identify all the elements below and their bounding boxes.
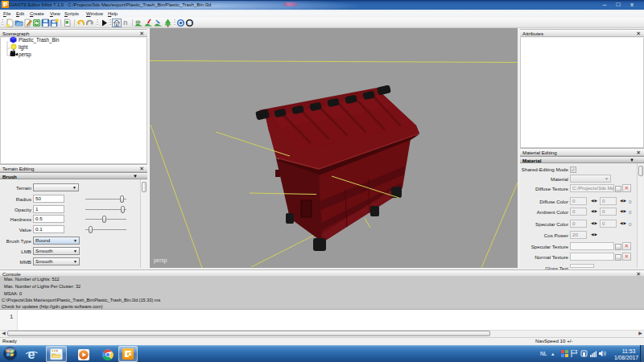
svg-text:e: e [28,348,35,361]
